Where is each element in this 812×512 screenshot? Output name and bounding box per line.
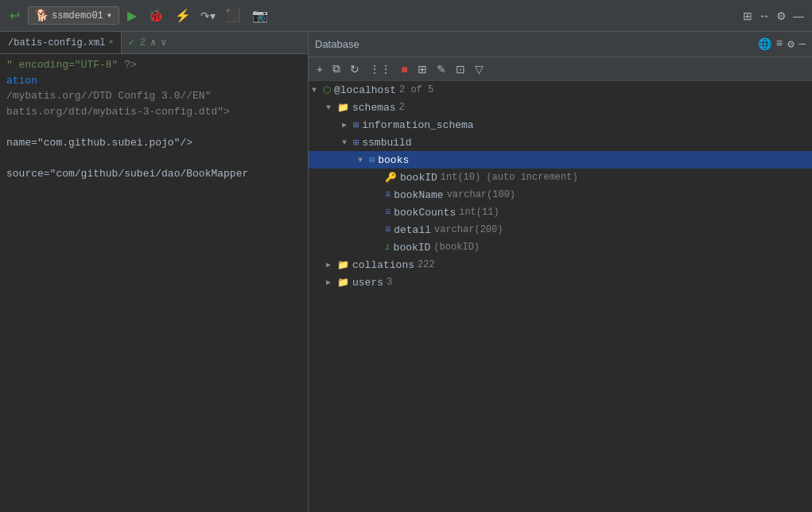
code-line: name="com.github.subei.pojo"/> xyxy=(0,135,308,151)
main-area: /batis-config.xml × ✓ 2 ∧ ∨ " encoding="… xyxy=(0,32,812,512)
primary-key-col-icon: 🔑 xyxy=(385,172,397,184)
tree-label-bookname: bookName xyxy=(394,189,443,201)
minimize-button[interactable]: — xyxy=(791,8,806,24)
tree-label-schemas: schemas xyxy=(352,102,396,114)
tree-badge-schemas: 2 xyxy=(399,102,405,113)
filter-cols-icon[interactable]: ≡ xyxy=(776,37,783,51)
tree-label-ssmbuild: ssmbuild xyxy=(362,137,411,149)
folder-icon: 📁 xyxy=(337,259,349,271)
copy-button[interactable]: ⧉ xyxy=(329,60,344,77)
stop-db-button[interactable]: ■ xyxy=(398,61,410,77)
tree-label-users: users xyxy=(352,277,383,289)
code-line: source="com/github/subei/dao/BookMapper xyxy=(0,166,308,182)
db-icon: ⬡ xyxy=(323,84,331,96)
globe-icon[interactable]: 🌐 xyxy=(758,37,771,51)
toolbar-right: ⊞ ↔ ⚙ — xyxy=(741,8,806,24)
tree-item-schemas[interactable]: ▼ 📁 schemas 2 xyxy=(309,99,812,116)
coverage-button[interactable]: ⊞ xyxy=(741,8,754,24)
run-button[interactable]: ▶ xyxy=(124,6,140,25)
stop-button[interactable]: ⬛ xyxy=(222,6,244,25)
tree-item-ssmbuild[interactable]: ▼ ⊞ ssmbuild xyxy=(309,134,812,151)
code-text: name="com.github.subei.pojo"/> xyxy=(6,135,192,151)
close-tab-icon[interactable]: × xyxy=(108,38,113,47)
tree-badge-collations: 222 xyxy=(418,259,435,270)
camera-button[interactable]: 📷 xyxy=(249,6,271,25)
settings-button[interactable]: ⚙ xyxy=(775,8,788,24)
code-text: ation xyxy=(6,73,37,89)
tree-item-bookcounts[interactable]: ▶ ≡ bookCounts int(11) xyxy=(309,204,812,221)
tree-label-localhost: @localhost xyxy=(334,84,396,96)
open-table-button[interactable]: ⊞ xyxy=(414,61,430,77)
tree-label-collations: collations xyxy=(352,259,414,271)
tree-type-detail: varchar(200) xyxy=(434,224,503,235)
tree-item-information-schema[interactable]: ▶ ⊞ information_schema xyxy=(309,116,812,134)
code-line: " encoding="UTF-8" ?> xyxy=(0,57,308,73)
profile-button[interactable]: ⚡ xyxy=(172,6,194,25)
code-text: /mybatis.org//DTD Config 3.0//EN" xyxy=(6,88,211,104)
tree-label-information-schema: information_schema xyxy=(362,119,473,131)
editor-content[interactable]: " encoding="UTF-8" ?> ation /mybatis.org… xyxy=(0,54,308,512)
schema-button[interactable]: ⋮⋮ xyxy=(366,61,394,77)
schema-icon: ⊞ xyxy=(353,137,359,149)
database-toolbar: + ⧉ ↻ ⋮⋮ ■ ⊞ ✎ ⊡ ▽ xyxy=(309,57,812,81)
add-datasource-button[interactable]: + xyxy=(313,61,326,77)
tree-item-users[interactable]: ▶ 📁 users 3 xyxy=(309,273,812,291)
editor-tab-mybatis-config[interactable]: /batis-config.xml × xyxy=(0,32,122,53)
tree-item-books[interactable]: ▼ ⊞ books xyxy=(309,151,812,169)
code-line: ation xyxy=(0,73,308,89)
tree-type-bookcounts: int(11) xyxy=(459,207,499,218)
tree-item-bookname[interactable]: ▶ ≡ bookName varchar(100) xyxy=(309,186,812,204)
db-settings-icon[interactable]: ⚙ xyxy=(787,37,794,51)
spacer-icon: ▶ xyxy=(374,190,383,200)
session-selector[interactable]: 🐕 ssmdemo01 ▾ xyxy=(28,6,119,25)
expand-arrow-icon: ▶ xyxy=(326,277,336,287)
expand-arrow-icon: ▼ xyxy=(312,86,321,95)
tree-item-bookid-pk[interactable]: ▶ 🔑 bookID int(10) (auto increment) xyxy=(309,169,812,186)
db-minimize-icon[interactable]: — xyxy=(799,37,806,51)
spacer-icon: ▶ xyxy=(374,173,383,182)
code-text: source="com/github/subei/dao/BookMapper xyxy=(6,166,248,182)
database-tree: ▼ ⬡ @localhost 2 of 5 ▼ 📁 schemas 2 ▶ ⊞ … xyxy=(309,81,812,512)
tree-type-bookname: varchar(100) xyxy=(447,189,515,200)
editor-tab-gutter: ✓ 2 ∧ ∨ xyxy=(122,37,173,48)
tree-label-books: books xyxy=(378,154,409,166)
back-button[interactable]: ↩ xyxy=(6,6,23,25)
column-icon: ≡ xyxy=(385,224,390,235)
tree-type-bookid-idx: (bookID) xyxy=(433,242,480,253)
layout-button[interactable]: ↔ xyxy=(757,8,771,24)
expand-arrow-icon: ▼ xyxy=(342,138,352,147)
filter-button[interactable]: ▽ xyxy=(472,61,487,77)
tree-type-bookid-pk: int(10) (auto increment) xyxy=(441,172,578,183)
editor-tab-label: /batis-config.xml xyxy=(8,37,105,48)
code-line: batis.org/dtd/mybatis-3-config.dtd"> xyxy=(0,104,308,120)
spacer-icon: ▶ xyxy=(374,225,383,235)
debug-button[interactable]: 🐞 xyxy=(145,6,167,25)
tree-badge-users: 3 xyxy=(387,277,392,288)
spacer-icon: ▶ xyxy=(374,242,383,252)
gutter-check: ✓ 2 xyxy=(128,37,146,48)
column-icon: ≡ xyxy=(385,189,390,200)
edit-button[interactable]: ✎ xyxy=(433,61,449,77)
tree-item-localhost[interactable]: ▼ ⬡ @localhost 2 of 5 xyxy=(309,81,812,99)
tree-label-bookid-idx: bookID xyxy=(394,242,431,254)
expand-arrow-icon: ▼ xyxy=(326,103,336,112)
spacer-icon: ▶ xyxy=(374,208,383,217)
code-text: " encoding="UTF-8" ?> xyxy=(6,57,137,73)
database-panel-title: Database xyxy=(315,38,359,50)
expand-arrow-icon: ▶ xyxy=(342,120,352,130)
code-line: /mybatis.org//DTD Config 3.0//EN" xyxy=(0,88,308,104)
refresh-button[interactable]: ↻ xyxy=(347,61,363,77)
query-console-button[interactable]: ⊡ xyxy=(453,61,468,77)
step-over-button[interactable]: ↷▾ xyxy=(199,8,217,24)
tree-item-bookid-idx[interactable]: ▶ i bookID (bookID) xyxy=(309,239,812,256)
code-line xyxy=(0,150,308,166)
dog-icon: 🐕 xyxy=(35,9,49,22)
gutter-up-arrow[interactable]: ∧ xyxy=(150,37,156,48)
tree-badge-localhost: 2 of 5 xyxy=(399,84,433,95)
database-pane: Database 🌐 ≡ ⚙ — + ⧉ ↻ ⋮⋮ ■ ⊞ ✎ ⊡ ▽ xyxy=(309,32,812,512)
tree-item-detail[interactable]: ▶ ≡ detail varchar(200) xyxy=(309,221,812,239)
column-icon: ≡ xyxy=(385,207,390,218)
gutter-down-arrow[interactable]: ∨ xyxy=(161,37,166,48)
top-toolbar: ↩ 🐕 ssmdemo01 ▾ ▶ 🐞 ⚡ ↷▾ ⬛ 📷 ⊞ ↔ ⚙ — xyxy=(0,0,812,32)
tree-item-collations[interactable]: ▶ 📁 collations 222 xyxy=(309,256,812,273)
